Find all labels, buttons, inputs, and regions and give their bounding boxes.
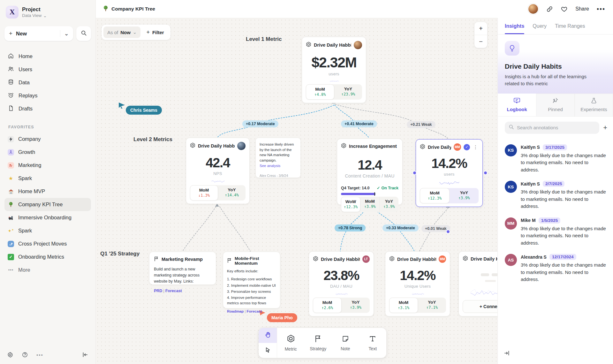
connect-button[interactable]: + Connect bbox=[463, 300, 497, 313]
card-menu-icon[interactable]: ⋮ bbox=[473, 145, 479, 149]
metric-card-dau-mau[interactable]: Drive Daily Habbits LT 23.8% DAU / MAU M… bbox=[309, 251, 374, 316]
more-options-icon[interactable]: ••• bbox=[36, 352, 43, 358]
star-icon: ★ bbox=[8, 175, 14, 181]
help-icon[interactable] bbox=[22, 352, 28, 358]
annotation-author: Kaitlyn S bbox=[521, 145, 540, 150]
wow-stat[interactable]: WoW ↑12.3% bbox=[341, 197, 360, 212]
sidebar-search-button[interactable] bbox=[76, 26, 91, 41]
project-switcher[interactable]: X Project Data View ⌄ bbox=[4, 5, 91, 19]
settings-gear-icon[interactable] bbox=[7, 352, 13, 358]
yoy-stat[interactable]: YoY ↑3.9% bbox=[342, 298, 370, 313]
sidebar-item-replays[interactable]: Replays bbox=[4, 89, 91, 102]
sidebar-item-company[interactable]: Company bbox=[4, 133, 91, 146]
forecast-link[interactable]: Forecast bbox=[165, 289, 182, 293]
filter-button[interactable]: + Filter bbox=[142, 27, 168, 38]
mom-stat[interactable]: MoM ↑2.6% bbox=[313, 298, 342, 313]
strategy-card-mobile-first[interactable]: Mobile-First Momentum Key efforts includ… bbox=[223, 252, 280, 308]
mom-stat[interactable]: MoM ↑3.1% bbox=[389, 298, 418, 313]
collapse-panel-icon[interactable] bbox=[503, 350, 510, 357]
sidebar-item-marketing[interactable]: Marketing bbox=[4, 159, 91, 172]
topbar-more-icon[interactable]: ••• bbox=[597, 5, 605, 13]
strategy-card-marketing-revamp[interactable]: Marketing Revamp Build and launch a new … bbox=[149, 252, 216, 285]
subtab-pinned[interactable]: Pinned bbox=[536, 94, 574, 116]
subtab-logbook[interactable]: Logbook bbox=[498, 94, 536, 116]
annotation-date-pill[interactable]: 3/17/2025 bbox=[543, 144, 567, 150]
sidebar-item-spark[interactable]: ★ Spark bbox=[4, 172, 91, 185]
hand-tool[interactable] bbox=[259, 328, 277, 343]
sidebar-item-spark-2[interactable]: ✦✦ Spark bbox=[4, 224, 91, 237]
edge-label: +0.17 Moderate bbox=[242, 120, 278, 127]
annotation-item[interactable]: KS Kaitlyn S 2/7/2025 3% drop likely due… bbox=[505, 181, 606, 210]
annotation-note-card[interactable]: Increase likely driven by the launch of … bbox=[255, 138, 301, 178]
sidebar-item-users[interactable]: Users bbox=[4, 63, 91, 76]
sidebar-item-data[interactable]: Data bbox=[4, 76, 91, 89]
mom-stat[interactable]: MoM ↓1.3% bbox=[190, 185, 218, 201]
zoom-out-button[interactable]: − bbox=[474, 35, 487, 48]
sidebar-item-growth[interactable]: Growth bbox=[4, 146, 91, 159]
mom-stat[interactable]: MoM ↑4.8% bbox=[306, 84, 334, 100]
sidebar-item-onboarding-metrics[interactable]: ✓ Onboarding Metrics bbox=[4, 250, 91, 263]
tab-insights[interactable]: Insights bbox=[505, 18, 524, 34]
yoy-stat[interactable]: YoY ↑3.9% bbox=[379, 197, 398, 212]
annotation-date-pill[interactable]: 12/17/2024 bbox=[549, 254, 576, 260]
favorite-heart-icon[interactable] bbox=[561, 6, 568, 12]
selection-handle[interactable] bbox=[413, 171, 416, 174]
note-tool[interactable]: Note bbox=[332, 328, 359, 358]
share-button[interactable]: Share bbox=[575, 6, 589, 12]
train-icon bbox=[8, 215, 14, 221]
see-analysis-link[interactable]: See analysis bbox=[260, 163, 297, 169]
sidebar-item-more[interactable]: ••• More bbox=[4, 263, 91, 277]
annotation-date-pill[interactable]: 2/7/2025 bbox=[543, 181, 565, 187]
sidebar-item-immersive-onboarding[interactable]: Immersive Onboarding bbox=[4, 211, 91, 224]
user-avatar[interactable] bbox=[528, 4, 539, 14]
mom-stat[interactable]: MoM ↑12.3% bbox=[420, 188, 450, 203]
sidebar-item-company-kpi-tree[interactable]: Company KPI Tree bbox=[4, 198, 91, 211]
chevron-down-icon[interactable]: ⌄ bbox=[64, 31, 69, 37]
owner-avatar bbox=[237, 142, 246, 150]
yoy-stat[interactable]: YoY ↑7.1% bbox=[418, 298, 446, 313]
zoom-in-button[interactable]: + bbox=[474, 22, 487, 35]
sidebar-item-drafts[interactable]: Drafts bbox=[4, 102, 91, 115]
text-tool[interactable]: Text bbox=[359, 328, 387, 358]
strategy-tool[interactable]: Strategy bbox=[305, 328, 332, 358]
metric-card-unconnected[interactable]: Drive Daily Hab + Connect bbox=[458, 251, 497, 316]
yoy-stat[interactable]: YoY ↑3.9% bbox=[450, 188, 479, 203]
add-annotation-button[interactable]: + bbox=[603, 124, 607, 131]
selection-handle[interactable] bbox=[484, 171, 487, 174]
sidebar-item-home[interactable]: Home bbox=[4, 50, 91, 63]
collapse-sidebar-icon[interactable] bbox=[82, 352, 88, 358]
metric-card-unique-users[interactable]: Drive Daily Habbits MM 14.2% Unique User… bbox=[385, 251, 450, 316]
as-of-selector[interactable]: As of Now ⌄ bbox=[103, 27, 140, 38]
copy-link-icon[interactable] bbox=[546, 6, 553, 12]
selection-handle[interactable] bbox=[447, 230, 450, 233]
annotation-item[interactable]: MM Mike M 1/5/2025 3% drop likely due to… bbox=[505, 217, 606, 247]
annotation-search[interactable] bbox=[505, 122, 599, 134]
sidebar-item-cross-project-moves[interactable]: Cross Project Moves bbox=[4, 237, 91, 250]
subtab-experiments[interactable]: Experiments bbox=[575, 94, 613, 116]
metric-card-selected[interactable]: Drive Daily Habb.. MM ✓ ⋮ 14.2% users Mo… bbox=[416, 139, 483, 207]
prd-link[interactable]: PRD bbox=[154, 289, 162, 293]
roadmap-link[interactable]: Roadmap bbox=[227, 309, 244, 313]
annotation-search-input[interactable] bbox=[517, 125, 595, 130]
annotation-date-pill[interactable]: 1/5/2025 bbox=[539, 217, 561, 224]
metric-unit: Content Creation / MAU bbox=[341, 173, 398, 178]
select-tool[interactable] bbox=[259, 343, 277, 358]
metric-card-engagement[interactable]: Increase Engagement 12.4 Content Creatio… bbox=[337, 139, 403, 205]
metric-card-nps[interactable]: Drive Daily Habbits 42.4 NPS MoM ↓1.3% Y… bbox=[186, 138, 250, 204]
sidebar-item-home-mvp[interactable]: Home MVP bbox=[4, 185, 91, 198]
annotation-item[interactable]: KS Kaitlyn S 3/17/2025 3% drop likely du… bbox=[505, 144, 606, 174]
bolt-icon bbox=[8, 136, 14, 142]
yoy-stat[interactable]: YoY ↑23.9% bbox=[334, 84, 362, 100]
metric-card-level1[interactable]: Drive Daily Habbits $2.32M users MoM ↑4.… bbox=[302, 37, 366, 103]
mom-stat[interactable]: MoM ↑3.9% bbox=[360, 197, 379, 212]
tab-time-ranges[interactable]: Time Ranges bbox=[555, 18, 585, 34]
project-view-selector[interactable]: Data View ⌄ bbox=[22, 13, 47, 18]
annotation-item[interactable]: AS Alexandra S 12/17/2024 3% drop likely… bbox=[505, 254, 606, 283]
metric-tool[interactable]: Metric bbox=[277, 328, 305, 358]
new-button[interactable]: + New ⌄ bbox=[4, 26, 73, 41]
topbar-actions: Share ••• bbox=[528, 4, 605, 14]
yoy-stat[interactable]: YoY ↑14.4% bbox=[218, 185, 246, 201]
kpi-canvas[interactable]: As of Now ⌄ + Filter + − Level 1 Metric … bbox=[96, 18, 497, 364]
forecast-link[interactable]: Forecast bbox=[246, 309, 262, 313]
tab-query[interactable]: Query bbox=[533, 18, 547, 34]
